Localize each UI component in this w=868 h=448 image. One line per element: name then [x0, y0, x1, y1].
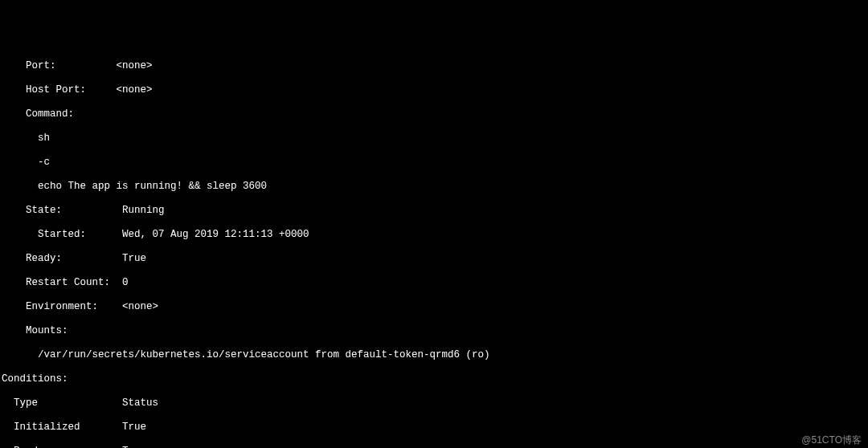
- line-conditions-header: Type Status: [2, 397, 866, 409]
- line-ready: Ready: True: [2, 253, 866, 265]
- line-restart-count: Restart Count: 0: [2, 277, 866, 289]
- terminal-output: Port: <none> Host Port: <none> Command: …: [2, 48, 866, 448]
- line-port: Port: <none>: [2, 60, 866, 72]
- line-echo: echo The app is running! && sleep 3600: [2, 181, 866, 193]
- line-conditions: Conditions:: [2, 373, 866, 385]
- line-sh: sh: [2, 132, 866, 145]
- line-initialized: Initialized True: [2, 422, 866, 434]
- line-mount-path: /var/run/secrets/kubernetes.io/serviceac…: [2, 349, 866, 361]
- line-environment: Environment: <none>: [2, 301, 866, 313]
- line-command: Command:: [2, 108, 866, 120]
- line-started: Started: Wed, 07 Aug 2019 12:11:13 +0000: [2, 229, 866, 241]
- line-state: State: Running: [2, 205, 866, 217]
- line-host-port: Host Port: <none>: [2, 84, 866, 96]
- watermark-text: @51CTO博客: [801, 434, 862, 446]
- line-c: -c: [2, 157, 866, 169]
- line-mounts: Mounts:: [2, 325, 866, 337]
